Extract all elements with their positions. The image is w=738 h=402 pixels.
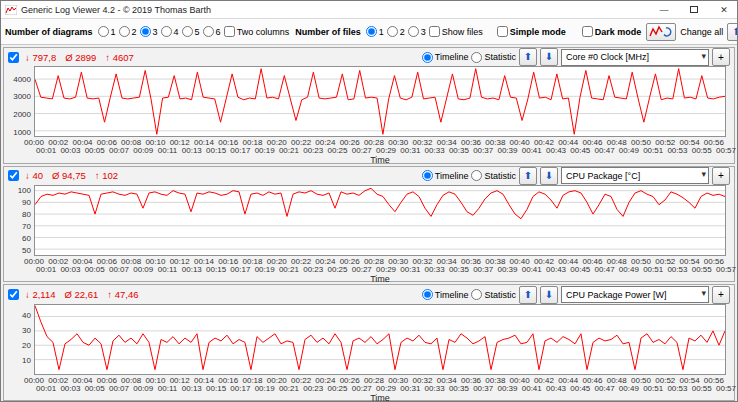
diagrams-group-label: Number of diagrams <box>5 27 93 37</box>
diagrams-radio-2[interactable] <box>119 26 130 37</box>
statistic-radio-label[interactable]: Statistic <box>471 289 516 300</box>
x-tick-label: 00:45 <box>570 384 590 393</box>
channel-down-button[interactable]: ⬇ <box>540 286 558 304</box>
stat-max: 102 <box>102 170 118 181</box>
diagrams-option-4[interactable]: 4 <box>161 26 179 37</box>
avg-icon: Ø <box>52 170 59 181</box>
chart-panel-cpu-power: ↓ 2,114 Ø 22,61 ↑ 47,46 Timeline Statist… <box>3 284 735 401</box>
simple-mode-checkbox-label[interactable]: Simple mode <box>497 26 568 37</box>
channel-down-button[interactable]: ⬇ <box>540 167 558 185</box>
x-tick-label: 00:33 <box>425 265 445 274</box>
y-axis-labels: 10203040 <box>4 304 34 375</box>
x-tick-label: 00:19 <box>255 146 275 155</box>
add-channel-button[interactable]: + <box>712 286 730 304</box>
diagrams-radio-6[interactable] <box>203 26 214 37</box>
simple-mode-checkbox[interactable] <box>497 26 508 37</box>
dark-mode-checkbox[interactable] <box>582 26 593 37</box>
panel-controls: Timeline Statistic ⬆ ⬇ Core #0 Clock [MH… <box>422 48 730 66</box>
timeline-radio[interactable] <box>422 289 433 300</box>
statistic-radio[interactable] <box>471 289 482 300</box>
x-tick-label: 00:09 <box>133 384 153 393</box>
two-columns-checkbox[interactable] <box>224 26 235 37</box>
x-tick-label: 00:17 <box>230 265 250 274</box>
timeline-radio[interactable] <box>422 170 433 181</box>
channel-up-button[interactable]: ⬆ <box>519 286 537 304</box>
channel-up-button[interactable]: ⬆ <box>519 48 537 66</box>
up-arrow-icon: ⬆ <box>524 290 532 300</box>
panel-enabled-checkbox[interactable] <box>8 170 19 181</box>
diagrams-radio-5[interactable] <box>182 26 193 37</box>
timeline-radio-label[interactable]: Timeline <box>422 170 469 181</box>
panel-stats: ↓ 40 Ø 94,75 ↑ 102 <box>25 170 124 181</box>
plot-area[interactable] <box>34 185 726 256</box>
x-tick-label: 00:07 <box>109 146 129 155</box>
diagrams-option-5[interactable]: 5 <box>182 26 200 37</box>
x-tick-label: 00:53 <box>667 146 687 155</box>
diagrams-option-6[interactable]: 6 <box>203 26 221 37</box>
x-tick-label: 00:03 <box>60 146 80 155</box>
x-tick-label: 00:57 <box>716 146 736 155</box>
diagrams-option-3[interactable]: 3 <box>140 26 158 37</box>
up-arrow-icon: ⬆ <box>732 27 738 37</box>
files-radio-2[interactable] <box>387 26 398 37</box>
channel-select[interactable]: CPU Package [°C]▾ <box>561 167 709 184</box>
x-tick-label: 00:55 <box>692 146 712 155</box>
x-tick-label: 00:37 <box>473 265 493 274</box>
diagrams-option-1[interactable]: 1 <box>98 26 116 37</box>
x-tick-label: 00:09 <box>133 265 153 274</box>
channel-up-button[interactable]: ⬆ <box>519 167 537 185</box>
statistic-radio-label[interactable]: Statistic <box>471 170 516 181</box>
files-option-1[interactable]: 1 <box>366 26 384 37</box>
channel-select[interactable]: Core #0 Clock [MHz]▾ <box>561 49 709 66</box>
diagrams-radio-1[interactable] <box>98 26 109 37</box>
statistic-radio-label[interactable]: Statistic <box>471 52 516 63</box>
timeline-radio-label[interactable]: Timeline <box>422 52 469 63</box>
channel-select[interactable]: CPU Package Power [W]▾ <box>561 286 709 303</box>
y-tick-label: 10 <box>22 356 31 365</box>
channel-down-button[interactable]: ⬇ <box>540 48 558 66</box>
refresh-button[interactable] <box>646 23 676 41</box>
panel-header: ↓ 2,114 Ø 22,61 ↑ 47,46 Timeline Statist… <box>4 285 734 303</box>
change-all-label: Change all <box>680 27 723 37</box>
show-files-checkbox[interactable] <box>429 26 440 37</box>
y-tick-label: 80 <box>22 210 31 219</box>
x-tick-label: 00:53 <box>667 384 687 393</box>
two-columns-checkbox-label[interactable]: Two columns <box>224 26 290 37</box>
timeline-radio[interactable] <box>422 52 433 63</box>
panel-enabled-checkbox[interactable] <box>8 52 19 63</box>
files-radio-1[interactable] <box>366 26 377 37</box>
stat-avg: 2899 <box>75 52 96 63</box>
diagrams-radio-3[interactable] <box>140 26 151 37</box>
x-tick-label: 00:19 <box>255 265 275 274</box>
minimize-button[interactable]: — <box>651 1 677 18</box>
diagrams-option-2[interactable]: 2 <box>119 26 137 37</box>
add-channel-button[interactable]: + <box>712 167 730 185</box>
maximize-button[interactable] <box>681 1 707 18</box>
diagrams-radio-4[interactable] <box>161 26 172 37</box>
statistic-radio[interactable] <box>471 52 482 63</box>
files-radio-3[interactable] <box>408 26 419 37</box>
timeline-radio-label[interactable]: Timeline <box>422 289 469 300</box>
y-tick-label: 50 <box>22 246 31 255</box>
plot-area[interactable] <box>34 304 726 375</box>
x-tick-label: 00:15 <box>206 265 226 274</box>
stat-avg: 94,75 <box>62 170 86 181</box>
plot-area[interactable] <box>34 66 726 137</box>
min-icon: ↓ <box>25 170 30 181</box>
dark-mode-checkbox-label[interactable]: Dark mode <box>582 26 644 37</box>
stat-max: 4607 <box>113 52 134 63</box>
close-button[interactable]: ✕ <box>711 1 737 18</box>
add-channel-button[interactable]: + <box>712 48 730 66</box>
panel-stats: ↓ 797,8 Ø 2899 ↑ 4607 <box>25 52 140 63</box>
panel-enabled-checkbox[interactable] <box>8 289 19 300</box>
show-files-checkbox-label[interactable]: Show files <box>429 26 483 37</box>
files-option-2[interactable]: 2 <box>387 26 405 37</box>
app-icon <box>5 5 17 15</box>
y-tick-label: 2000 <box>13 110 31 119</box>
statistic-radio[interactable] <box>471 170 482 181</box>
x-tick-label: 00:57 <box>716 265 736 274</box>
files-option-3[interactable]: 3 <box>408 26 426 37</box>
x-tick-label: 00:51 <box>643 265 663 274</box>
x-tick-label: 00:57 <box>716 384 736 393</box>
change-all-up-button[interactable]: ⬆ <box>727 23 738 41</box>
